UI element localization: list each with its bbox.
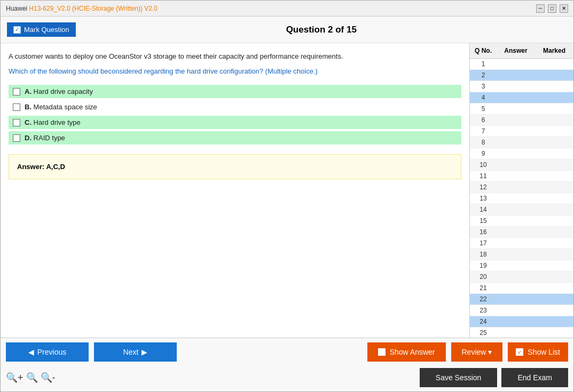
previous-label: Previous <box>37 348 66 356</box>
app-window: Huawei H13-629_V2.0 (HCIE-Storage (Writt… <box>0 0 574 392</box>
sidebar-cell-marked <box>535 148 573 159</box>
sidebar-row[interactable]: 24 <box>470 316 573 327</box>
review-button[interactable]: Review ▾ <box>451 342 503 362</box>
sidebar-cell-qno: 19 <box>470 260 497 271</box>
show-list-checkbox-icon <box>516 348 523 356</box>
sidebar-row[interactable]: 4 <box>470 92 573 103</box>
sidebar-question-list[interactable]: 1 2 3 4 5 6 7 8 <box>470 59 573 338</box>
option-label-a: A. Hard drive capacity <box>25 87 93 95</box>
sidebar-row[interactable]: 5 <box>470 103 573 115</box>
zoom-reset-button[interactable]: 🔍 <box>26 372 38 383</box>
sidebar-cell-qno: 14 <box>470 204 497 215</box>
sidebar-row[interactable]: 21 <box>470 283 573 294</box>
bottom-buttons-row2: 🔍+ 🔍 🔍- Save Session End Exam <box>1 366 573 391</box>
toolbar: Mark Question Question 2 of 15 <box>1 17 573 43</box>
sidebar-row[interactable]: 2 <box>470 70 573 81</box>
next-button[interactable]: Next ▶ <box>94 342 177 362</box>
sidebar-cell-marked <box>535 227 573 237</box>
option-row-d[interactable]: D. RAID type <box>9 131 461 145</box>
zoom-controls: 🔍+ 🔍 🔍- <box>6 372 56 383</box>
answer-text: Answer: A,C,D <box>17 163 65 171</box>
sidebar-row[interactable]: 18 <box>470 249 573 260</box>
next-arrow-icon: ▶ <box>141 348 147 356</box>
show-list-button[interactable]: Show List <box>508 342 568 362</box>
sidebar-cell-qno: 24 <box>470 316 497 327</box>
sidebar-row[interactable]: 16 <box>470 227 573 238</box>
window-title: Huawei H13-629_V2.0 (HCIE-Storage (Writt… <box>6 5 158 12</box>
sidebar-cell-marked <box>535 193 573 204</box>
previous-button[interactable]: ◀ Previous <box>6 342 89 362</box>
end-exam-button[interactable]: End Exam <box>501 368 568 387</box>
sidebar-header-qno: Q No. <box>470 46 497 55</box>
option-label-c: C. Hard drive type <box>25 118 81 126</box>
sidebar-row[interactable]: 17 <box>470 238 573 249</box>
save-session-label: Save Session <box>436 373 482 382</box>
sidebar-cell-marked <box>535 238 573 249</box>
sidebar-row[interactable]: 9 <box>470 148 573 159</box>
sidebar-cell-marked <box>535 204 573 215</box>
option-checkbox-a[interactable] <box>13 88 20 95</box>
sidebar-cell-answer <box>497 103 535 114</box>
sidebar-cell-marked <box>535 182 573 193</box>
review-label: Review <box>462 348 486 356</box>
option-row-c[interactable]: C. Hard drive type <box>9 116 461 129</box>
maximize-button[interactable]: □ <box>548 4 556 13</box>
review-dropdown-icon: ▾ <box>488 348 492 356</box>
zoom-out-button[interactable]: 🔍- <box>41 372 56 383</box>
option-checkbox-c[interactable] <box>13 119 20 126</box>
sidebar-row[interactable]: 19 <box>470 260 573 271</box>
sidebar-cell-qno: 21 <box>470 283 497 293</box>
sidebar-cell-qno: 10 <box>470 159 497 170</box>
option-row-b[interactable]: B. Metadata space size <box>9 100 461 114</box>
sidebar-row[interactable]: 8 <box>470 137 573 148</box>
sidebar-cell-qno: 2 <box>470 70 497 81</box>
sidebar-header: Q No. Answer Marked <box>470 43 573 59</box>
show-answer-checkbox-icon <box>378 348 386 356</box>
sidebar-cell-qno: 3 <box>470 81 497 92</box>
sidebar-cell-answer <box>497 294 535 305</box>
show-answer-label: Show Answer <box>390 348 435 356</box>
show-answer-button[interactable]: Show Answer <box>367 342 446 362</box>
sidebar-row[interactable]: 23 <box>470 305 573 316</box>
sidebar-cell-qno: 5 <box>470 103 497 114</box>
sidebar-row[interactable]: 14 <box>470 204 573 215</box>
sidebar-row[interactable]: 11 <box>470 171 573 182</box>
sidebar-cell-marked <box>535 137 573 148</box>
save-session-button[interactable]: Save Session <box>420 368 498 387</box>
sidebar-row[interactable]: 3 <box>470 81 573 92</box>
sidebar-row[interactable]: 12 <box>470 182 573 193</box>
close-button[interactable]: ✕ <box>560 4 568 13</box>
sidebar-row[interactable]: 15 <box>470 215 573 227</box>
sidebar-cell-answer <box>497 215 535 226</box>
sidebar-cell-marked <box>535 316 573 327</box>
sidebar-row[interactable]: 25 <box>470 327 573 338</box>
option-row-a[interactable]: A. Hard drive capacity <box>9 85 461 98</box>
sidebar-cell-marked <box>535 271 573 282</box>
sidebar-row[interactable]: 13 <box>470 193 573 204</box>
sidebar-cell-marked <box>535 327 573 338</box>
sidebar-row[interactable]: 22 <box>470 294 573 305</box>
sidebar-row[interactable]: 7 <box>470 126 573 137</box>
sidebar-cell-qno: 20 <box>470 271 497 282</box>
window-title-colored: H13-629_V2.0 (HCIE-Storage (Written)) V2… <box>29 5 158 12</box>
option-checkbox-b[interactable] <box>13 103 20 111</box>
option-checkbox-d[interactable] <box>13 134 20 142</box>
sidebar-cell-qno: 17 <box>470 238 497 249</box>
sidebar-cell-answer <box>497 305 535 316</box>
sidebar-cell-qno: 9 <box>470 148 497 159</box>
mark-question-button[interactable]: Mark Question <box>7 22 76 37</box>
sidebar-cell-answer <box>497 182 535 193</box>
sidebar-cell-marked <box>535 171 573 181</box>
sidebar-cell-answer <box>497 249 535 260</box>
sidebar-cell-marked <box>535 126 573 137</box>
zoom-in-button[interactable]: 🔍+ <box>6 372 23 383</box>
minimize-button[interactable]: ─ <box>536 4 545 13</box>
sidebar-row[interactable]: 10 <box>470 159 573 171</box>
sidebar-cell-marked <box>535 283 573 293</box>
sidebar-row[interactable]: 1 <box>470 59 573 70</box>
sidebar-cell-answer <box>497 171 535 181</box>
sidebar-row[interactable]: 6 <box>470 115 573 126</box>
sidebar-row[interactable]: 20 <box>470 271 573 283</box>
sidebar-cell-answer <box>497 227 535 237</box>
sidebar-cell-answer <box>497 137 535 148</box>
